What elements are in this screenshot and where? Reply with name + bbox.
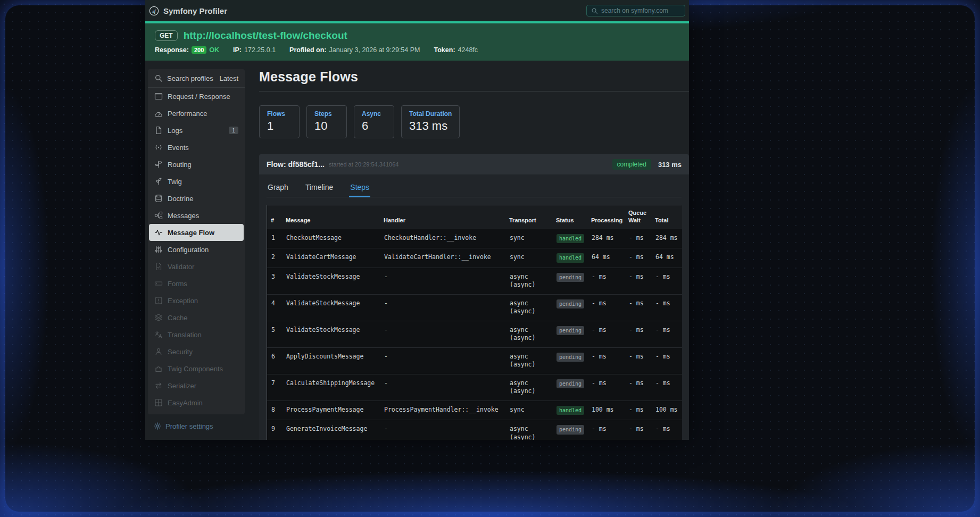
pulse-icon [154,228,163,237]
profiler-page: sf Symfony Profiler GET http://localhost… [145,0,689,440]
cell-num: 4 [267,294,282,321]
metric-card: Steps 10 [306,105,347,138]
cell-handler: CheckoutHandler::__invoke [380,229,505,248]
flow-header: Flow: df585cf1... started at 20:29:54.34… [259,154,689,174]
puzzle-icon [154,364,163,373]
flow-tabs: Graph Timeline Steps [267,183,682,197]
sidebar-item-forms[interactable]: Forms [148,275,245,292]
sidebar-item-message-flow[interactable]: Message Flow [149,224,244,241]
cell-status: pending [552,268,587,294]
sidebar-item-exception[interactable]: Exception [148,292,245,309]
search-icon [154,74,163,82]
cell-message: CalculateShippingMessage [282,374,380,401]
sidebar-item-performance[interactable]: Performance [148,105,245,122]
request-summary: GET http://localhost/test-flow/checkout … [145,23,689,61]
status-badge: handled [557,406,584,415]
metric-label: Async [362,110,386,118]
brand: sf Symfony Profiler [149,6,227,16]
cell-processing: 64 ms [587,248,625,268]
cell-status: pending [552,420,587,440]
cell-num: 8 [267,401,282,420]
cell-message: ValidateStockMessage [282,268,380,294]
cell-transport: sync [505,401,552,420]
title-divider [259,91,689,91]
cell-queue-wait: - ms [625,268,651,294]
sidebar: Search profiles Latest Request / Respons… [148,69,245,414]
cell-num: 6 [267,347,282,374]
request-url: http://localhost/test-flow/checkout [184,30,347,41]
metric-value: 6 [362,119,386,133]
cell-handler: - [380,420,505,440]
cell-queue-wait: - ms [625,420,651,440]
col-message: Message [282,205,380,229]
form-icon [154,279,163,288]
cell-processing: 100 ms [587,401,625,420]
sidebar-item-routing[interactable]: Routing [148,156,245,173]
cell-num: 2 [267,248,282,268]
cell-handler: ProcessPaymentHandler::__invoke [380,401,505,420]
cell-transport: async (async) [505,294,552,321]
cell-processing: - ms [587,321,625,347]
sidebar-item-cache[interactable]: Cache [148,309,245,326]
broadcast-icon [154,143,163,152]
site-search[interactable] [586,5,685,16]
token-label: Token: [434,46,455,54]
cell-total: 64 ms [651,248,682,268]
cell-handler: - [380,374,505,401]
signpost-icon [154,160,163,169]
sidebar-item-events[interactable]: Events [148,139,245,156]
table-row: 2 ValidateCartMessage ValidateCartHandle… [267,248,682,268]
status-code-badge: 200 [192,46,206,54]
cell-total: 284 ms [651,229,682,248]
file-icon [154,126,163,135]
cell-queue-wait: - ms [625,401,651,420]
cell-num: 3 [267,268,282,294]
sidebar-item-logs[interactable]: Logs 1 [148,122,245,139]
profiler-settings-link[interactable]: Profiler settings [153,422,245,430]
latest-link[interactable]: Latest [220,74,238,82]
gear-icon [153,422,162,430]
sidebar-item-serializer[interactable]: Serializer [148,377,245,394]
sidebar-item-translation[interactable]: Translation [148,326,245,343]
col-transport: Transport [505,205,552,229]
table-row: 4 ValidateStockMessage - async (async) p… [267,294,682,321]
sidebar-item-validator[interactable]: Validator [148,258,245,275]
col-num: # [267,205,282,229]
cell-processing: 284 ms [587,229,625,248]
sidebar-item-messages[interactable]: Messages [148,207,245,224]
cell-transport: async (async) [505,321,552,347]
metric-value: 313 ms [409,119,452,133]
cell-message: ProcessPaymentMessage [282,401,380,420]
person-icon [154,347,163,356]
sidebar-item-twig-components[interactable]: Twig Components [148,360,245,377]
alert-icon [154,296,163,305]
cell-queue-wait: - ms [625,321,651,347]
flow-panel: Flow: df585cf1... started at 20:29:54.34… [259,154,689,440]
cell-num: 5 [267,321,282,347]
status-badge: pending [557,326,584,336]
plant-icon [154,177,163,186]
flow-title: Flow: df585cf1... [267,160,325,169]
site-search-input[interactable] [601,7,680,14]
sidebar-item-doctrine[interactable]: Doctrine [148,190,245,207]
sidebar-item-configuration[interactable]: Configuration [148,241,245,258]
tab-graph[interactable]: Graph [267,183,289,197]
cell-transport: sync [505,248,552,268]
tab-steps[interactable]: Steps [349,183,370,197]
tree-icon [154,211,163,220]
table-row: 6 ApplyDiscountsMessage - async (async) … [267,347,682,374]
response-label: Response: [155,46,189,54]
metric-label: Total Duration [409,110,452,118]
table-row: 8 ProcessPaymentMessage ProcessPaymentHa… [267,401,682,420]
sidebar-item-security[interactable]: Security [148,343,245,360]
col-queue-wait: Queue Wait [625,205,651,229]
sidebar-item-easyadmin[interactable]: EasyAdmin [148,394,245,411]
sidebar-item-request-response[interactable]: Request / Response [148,88,245,105]
status-badge: pending [557,379,584,389]
sidebar-item-twig[interactable]: Twig [148,173,245,190]
flow-status-badge: completed [612,159,651,170]
search-profiles[interactable]: Search profiles Latest [148,69,245,88]
search-icon [591,7,598,14]
cell-total: - ms [651,420,682,440]
tab-timeline[interactable]: Timeline [304,183,334,197]
